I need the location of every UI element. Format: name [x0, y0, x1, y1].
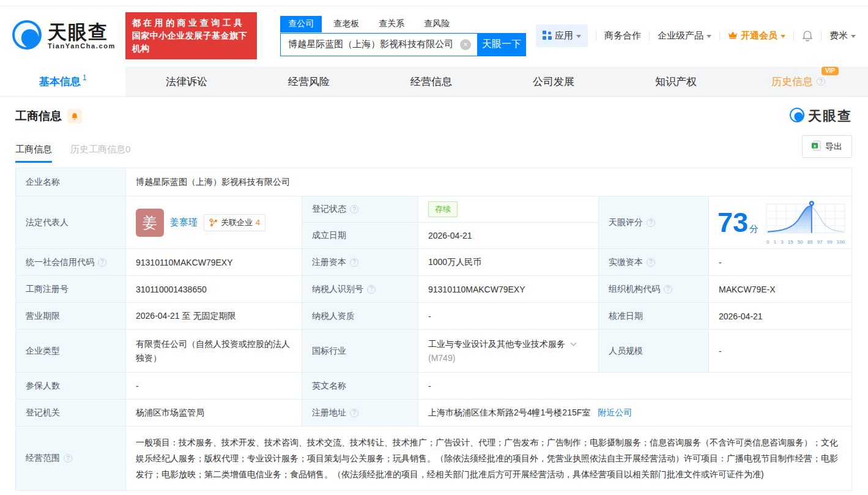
tab-basic-info[interactable]: 基本信息 1 — [0, 67, 125, 96]
enterprise-label: 企业级产品 — [658, 30, 703, 42]
grid-icon — [543, 31, 552, 42]
bell-icon — [802, 30, 813, 42]
approval-date-label: 核准日期 — [599, 303, 709, 330]
search-input[interactable] — [280, 33, 477, 56]
question-mark-icon[interactable]: ? — [817, 77, 825, 86]
table-row: 法定代表人 姜 姜寨瑾 关联企业 4 — [16, 196, 852, 249]
taxpayer-id-value: 91310110MAKCW79EXY — [418, 276, 599, 303]
credit-code-label: 统一社会信用代码 ? — [16, 249, 126, 276]
export-label: 导出 — [825, 141, 842, 152]
search-tab-risk[interactable]: 查风险 — [416, 16, 458, 32]
avatar[interactable]: 姜 — [136, 209, 164, 237]
enterprise-menu[interactable]: 企业级产品 — [658, 30, 711, 42]
bell-icon — [71, 112, 78, 121]
industry-cell: 工业与专业设计及其他专业技术服务 (M749) — [418, 330, 599, 373]
tab-count: 1 — [83, 73, 87, 82]
question-mark-icon[interactable]: ? — [350, 205, 358, 214]
reg-capital-label: 注册资本 ? — [302, 249, 418, 276]
question-mark-icon[interactable]: ? — [64, 454, 72, 463]
related-companies-badge[interactable]: 关联企业 4 — [204, 214, 265, 231]
notifications-bell[interactable] — [802, 30, 813, 42]
subtab-history-business-info[interactable]: 历史工商信息0 — [70, 144, 130, 163]
table-row: 登记状态 ? 存续 — [302, 196, 599, 223]
industry-code: (M749) — [428, 351, 455, 365]
menu-divider — [793, 31, 794, 40]
table-row: 工商注册号 310110001438650 纳税人识别号 ? 91310110M… — [16, 276, 852, 303]
company-type-label: 企业类型 — [16, 330, 126, 373]
tab-business-info[interactable]: 经营信息 — [370, 67, 492, 96]
watermark-text: 天眼查 — [808, 107, 852, 125]
insured-value: - — [126, 373, 302, 400]
question-mark-icon[interactable]: ? — [367, 285, 376, 294]
main-content: 工商信息 天眼查 工商信息 历史工商信息0 — [0, 107, 868, 491]
section-title: 工商信息 — [15, 108, 62, 124]
question-mark-icon[interactable]: ? — [350, 409, 358, 417]
chevron-down-icon — [576, 35, 581, 40]
tab-company-development[interactable]: 公司发展 — [492, 67, 615, 96]
legal-rep-name-link[interactable]: 姜寨瑾 — [170, 217, 198, 228]
nearby-companies-link[interactable]: 附近公司 — [598, 408, 632, 419]
search-tab-boss[interactable]: 查老板 — [325, 16, 367, 32]
staff-size-label: 人员规模 — [599, 330, 709, 373]
reg-capital-value: 1000万人民币 — [418, 249, 599, 276]
legal-rep-cell: 姜 姜寨瑾 关联企业 4 — [126, 196, 302, 249]
question-mark-icon[interactable]: ? — [664, 285, 672, 294]
label-text: 注册地址 — [312, 408, 346, 419]
taxpayer-quality-value: - — [418, 303, 599, 330]
label-text: 统一社会信用代码 — [26, 257, 94, 268]
cooperation-menu[interactable]: 商务合作 — [604, 30, 641, 42]
paid-capital-label: 实缴资本 ? — [599, 249, 709, 276]
clear-search-icon[interactable]: × — [460, 39, 471, 50]
score-distribution-chart: 01 315 5085 9799 100 — [766, 200, 845, 245]
scope-label: 经营范围 ? — [16, 426, 126, 491]
reg-number-label: 工商注册号 — [16, 276, 126, 303]
status-date-column: 登记状态 ? 存续 成立日期 2026-04-21 — [302, 196, 599, 249]
tianyancha-logo[interactable]: 天眼查 TianYanCha.com — [11, 19, 116, 53]
company-type-value: 有限责任公司（自然人投资或控股的法人独资） — [126, 330, 302, 373]
vip-menu[interactable]: 开通会员 — [728, 30, 785, 42]
promo-line-2: 国家中小企业发展子基金旗下机构 — [132, 29, 250, 55]
tianyancha-watermark: 天眼查 — [789, 107, 852, 125]
taxpayer-id-label: 纳税人识别号 ? — [302, 276, 418, 303]
related-companies-label: 关联企业 — [221, 217, 253, 228]
table-row: 登记机关 杨浦区市场监管局 注册地址 ? 上海市杨浦区佳木斯路2号4幢1号楼21… — [16, 400, 852, 426]
paid-capital-value: - — [709, 249, 852, 276]
logo-text: 天眼查 TianYanCha.com — [48, 23, 116, 50]
biz-term-value: 2026-04-21 至 无固定期限 — [126, 303, 302, 330]
tianyancha-swirl-icon — [789, 107, 805, 125]
export-button[interactable]: x 导出 — [802, 135, 852, 158]
english-name-value: - — [418, 373, 852, 400]
tab-label: 基本信息 — [39, 75, 81, 89]
approval-date-value: 2026-04-21 — [709, 303, 852, 330]
question-mark-icon[interactable]: ? — [647, 218, 655, 227]
question-mark-icon[interactable]: ? — [350, 258, 358, 267]
est-date-label: 成立日期 — [302, 223, 418, 249]
biz-term-label: 营业期限 — [16, 303, 126, 330]
tab-legal-proceedings[interactable]: 法律诉讼 — [125, 67, 248, 96]
industry-value: 工业与专业设计及其他专业技术服务 — [428, 337, 565, 351]
subtab-business-info[interactable]: 工商信息 — [15, 144, 52, 163]
search-tab-company[interactable]: 查公司 — [280, 16, 322, 32]
username: 费米 — [829, 30, 848, 42]
label-text: 登记状态 — [312, 204, 346, 215]
search-tab-relation[interactable]: 查关系 — [371, 16, 412, 32]
reg-number-value: 310110001438650 — [126, 276, 302, 303]
tab-intellectual-property[interactable]: 知识产权 — [615, 67, 737, 96]
label-text: 纳税人识别号 — [312, 284, 363, 295]
apps-menu[interactable]: 应用 — [536, 24, 588, 47]
relation-network-icon — [209, 218, 218, 227]
question-mark-icon[interactable]: ? — [647, 258, 655, 267]
tab-history-info[interactable]: VIP 历史信息 ? — [737, 67, 859, 96]
question-mark-icon[interactable]: ? — [98, 258, 106, 267]
label-text: 注册资本 — [312, 257, 346, 268]
excel-icon: x — [812, 141, 821, 152]
chevron-down-icon[interactable] — [571, 340, 577, 346]
vip-badge: VIP — [822, 67, 839, 75]
user-menu[interactable]: 费米 — [829, 30, 856, 42]
address-cell: 上海市杨浦区佳木斯路2号4幢1号楼215F室 附近公司 — [418, 400, 852, 426]
search-button[interactable]: 天眼一下 — [477, 33, 526, 56]
subscribe-bell-button[interactable] — [67, 109, 82, 124]
related-companies-count: 4 — [256, 218, 260, 227]
tab-operational-risk[interactable]: 经营风险 — [248, 67, 370, 96]
promo-line-1: 都在用的商业查询工具 — [132, 17, 250, 29]
